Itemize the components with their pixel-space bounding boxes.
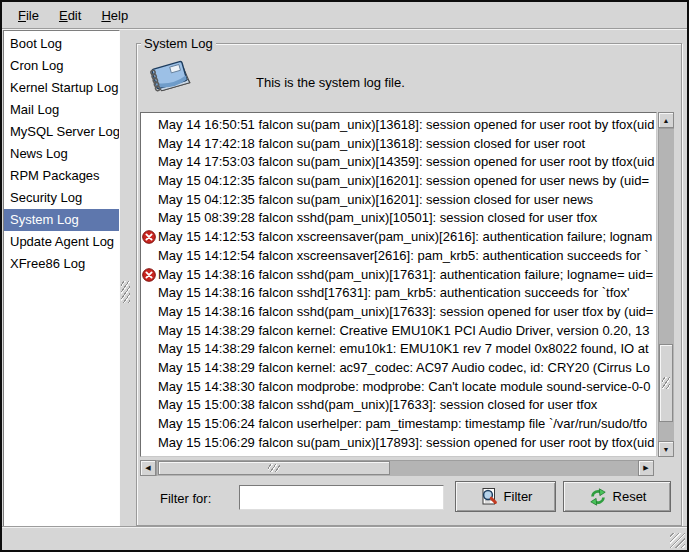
log-line[interactable]: May 15 14:38:16 falcon sshd(pam_unix)[17… bbox=[141, 303, 656, 322]
thumb-grip bbox=[662, 377, 670, 389]
scroll-down-arrow-icon[interactable]: ▼ bbox=[658, 441, 674, 457]
log-line[interactable]: May 14 16:50:51 falcon su(pam_unix)[1361… bbox=[141, 116, 656, 135]
filter-for-label: Filter for: bbox=[160, 491, 211, 506]
log-line-text: May 14 16:50:51 falcon su(pam_unix)[1361… bbox=[158, 117, 654, 132]
refresh-arrows-icon bbox=[588, 487, 608, 507]
pane-splitter-handle[interactable] bbox=[121, 281, 130, 303]
groupbox-title: System Log bbox=[141, 36, 216, 51]
menu-item[interactable]: File bbox=[8, 4, 49, 27]
log-line-text: May 15 14:38:30 falcon modprobe: modprob… bbox=[158, 379, 650, 394]
scroll-right-arrow-icon[interactable]: ▶ bbox=[638, 460, 654, 476]
hscroll-track[interactable] bbox=[156, 460, 638, 476]
log-line[interactable]: May 14 17:42:18 falcon su(pam_unix)[1361… bbox=[141, 135, 656, 154]
log-line[interactable]: May 15 14:38:16 falcon sshd(pam_unix)[17… bbox=[141, 266, 656, 285]
log-list-sidebar: Boot Log Cron Log Kernel Startup Log Mai… bbox=[3, 30, 120, 527]
log-viewer-window: File Edit Help Boot Log Cron Log Kernel … bbox=[0, 0, 689, 552]
filter-button-label: Filter bbox=[504, 489, 533, 504]
error-badge-icon bbox=[142, 230, 156, 244]
log-text-view[interactable]: May 14 16:50:51 falcon su(pam_unix)[1361… bbox=[140, 112, 657, 457]
log-line-text: May 15 04:12:35 falcon su(pam_unix)[1620… bbox=[158, 173, 649, 188]
log-line[interactable]: May 15 15:06:24 falcon userhelper: pam_t… bbox=[141, 415, 656, 434]
magnifier-document-icon bbox=[479, 487, 499, 507]
log-line[interactable]: May 15 14:38:16 falcon sshd[17631]: pam_… bbox=[141, 284, 656, 303]
log-line-text: May 15 15:06:24 falcon userhelper: pam_t… bbox=[158, 416, 647, 431]
log-line[interactable]: May 15 14:38:29 falcon kernel: ac97_code… bbox=[141, 359, 656, 378]
sidebar-item[interactable]: Kernel Startup Log bbox=[4, 77, 119, 99]
sidebar-item[interactable]: RPM Packages bbox=[4, 165, 119, 187]
reset-button[interactable]: Reset bbox=[563, 481, 671, 512]
log-line[interactable]: May 15 04:12:35 falcon su(pam_unix)[1620… bbox=[141, 191, 656, 210]
log-line[interactable]: May 15 04:12:35 falcon su(pam_unix)[1620… bbox=[141, 172, 656, 191]
log-line-text: May 15 14:38:16 falcon sshd(pam_unix)[17… bbox=[158, 267, 653, 282]
horizontal-scrollbar[interactable]: ◀ ▶ bbox=[140, 460, 654, 476]
reset-button-label: Reset bbox=[613, 489, 647, 504]
log-line-text: May 14 17:42:18 falcon su(pam_unix)[1361… bbox=[158, 136, 585, 151]
sidebar-item[interactable]: XFree86 Log bbox=[4, 253, 119, 275]
sidebar-item[interactable]: News Log bbox=[4, 143, 119, 165]
log-line-text: May 15 04:12:35 falcon su(pam_unix)[1620… bbox=[158, 192, 593, 207]
status-bar bbox=[2, 526, 687, 550]
log-line[interactable]: May 15 08:39:28 falcon sshd(pam_unix)[10… bbox=[141, 209, 656, 228]
scroll-up-arrow-icon[interactable]: ▲ bbox=[658, 112, 674, 128]
error-badge-icon bbox=[142, 268, 156, 282]
log-line[interactable]: May 15 14:38:29 falcon kernel: emu10k1: … bbox=[141, 340, 656, 359]
sidebar-item[interactable]: Update Agent Log bbox=[4, 231, 119, 253]
sidebar-item[interactable]: System Log bbox=[4, 209, 119, 231]
scroll-left-arrow-icon[interactable]: ◀ bbox=[140, 460, 156, 476]
log-line[interactable]: May 15 14:38:30 falcon modprobe: modprob… bbox=[141, 378, 656, 397]
log-line-text: May 14 17:53:03 falcon su(pam_unix)[1435… bbox=[158, 154, 654, 169]
vscroll-thumb[interactable] bbox=[659, 344, 673, 422]
menu-item[interactable]: Edit bbox=[49, 4, 91, 27]
log-line[interactable]: May 14 17:53:03 falcon su(pam_unix)[1435… bbox=[141, 153, 656, 172]
filter-button[interactable]: Filter bbox=[455, 481, 556, 512]
log-line-text: May 15 14:38:16 falcon sshd(pam_unix)[17… bbox=[158, 304, 653, 319]
vertical-scrollbar[interactable]: ▲ ▼ bbox=[658, 112, 674, 457]
log-line-text: May 15 14:12:54 falcon xscreensaver[2616… bbox=[158, 248, 649, 263]
sidebar-item[interactable]: Security Log bbox=[4, 187, 119, 209]
log-line-text: May 15 14:12:53 falcon xscreensaver(pam_… bbox=[158, 229, 652, 244]
log-line[interactable]: May 15 15:06:29 falcon su(pam_unix)[1789… bbox=[141, 434, 656, 453]
log-line[interactable]: May 15 15:00:38 falcon sshd(pam_unix)[17… bbox=[141, 396, 656, 415]
log-line-text: May 15 14:38:16 falcon sshd[17631]: pam_… bbox=[158, 285, 630, 300]
sidebar-item[interactable]: MySQL Server Log bbox=[4, 121, 119, 143]
log-line-text: May 15 14:38:29 falcon kernel: Creative … bbox=[158, 323, 649, 338]
sidebar-item[interactable]: Mail Log bbox=[4, 99, 119, 121]
window-resize-grip[interactable] bbox=[670, 533, 685, 548]
hscroll-thumb[interactable] bbox=[158, 461, 390, 475]
sidebar-item[interactable]: Cron Log bbox=[4, 55, 119, 77]
log-line-text: May 15 15:06:29 falcon su(pam_unix)[1789… bbox=[158, 435, 654, 450]
filter-input[interactable] bbox=[239, 485, 444, 510]
log-line-text: May 15 14:38:29 falcon kernel: ac97_code… bbox=[158, 360, 650, 375]
thumb-grip bbox=[268, 464, 280, 472]
log-line-text: May 15 15:00:38 falcon sshd(pam_unix)[17… bbox=[158, 397, 597, 412]
log-line-text: May 15 14:38:29 falcon kernel: emu10k1: … bbox=[158, 341, 649, 356]
log-line-text: May 15 08:39:28 falcon sshd(pam_unix)[10… bbox=[158, 210, 597, 225]
log-line[interactable]: May 15 14:12:53 falcon xscreensaver(pam_… bbox=[141, 228, 656, 247]
log-description: This is the system log file. bbox=[256, 75, 405, 90]
log-line[interactable]: May 15 14:38:29 falcon kernel: Creative … bbox=[141, 322, 656, 341]
book-icon bbox=[146, 57, 194, 101]
sidebar-item[interactable]: Boot Log bbox=[4, 33, 119, 55]
menu-bar: File Edit Help bbox=[2, 2, 687, 29]
log-line[interactable]: May 15 14:12:54 falcon xscreensaver[2616… bbox=[141, 247, 656, 266]
menu-item[interactable]: Help bbox=[91, 4, 138, 27]
